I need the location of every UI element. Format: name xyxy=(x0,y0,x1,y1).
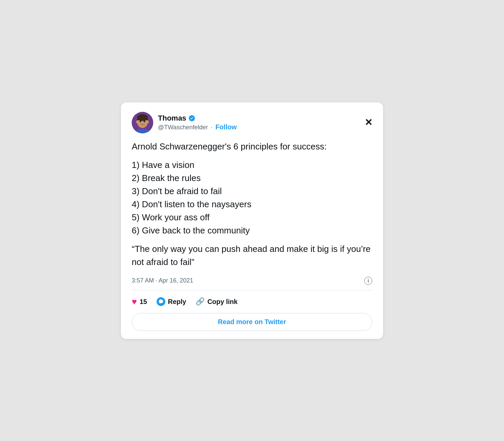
user-name: Thomas xyxy=(158,114,186,123)
tweet-timestamp: 3:57 AM · Apr 16, 2021 i xyxy=(132,277,372,285)
principle-4: 4) Don't listen to the naysayers xyxy=(132,199,251,209)
likes-count: 15 xyxy=(139,298,147,306)
principle-1: 1) Have a vision xyxy=(132,160,194,170)
tweet-principles: 1) Have a vision 2) Break the rules 3) D… xyxy=(132,159,372,237)
likes-action[interactable]: ♥ 15 xyxy=(132,297,147,307)
x-logo: ✕ xyxy=(365,117,372,128)
tweet-content: Arnold Schwarzenegger's 6 principles for… xyxy=(132,140,372,269)
info-icon[interactable]: i xyxy=(364,277,372,285)
copy-link-action[interactable]: 🔗 Copy link xyxy=(196,297,238,306)
user-handle: @TWaschenfelder xyxy=(158,124,208,131)
user-info: Thomas @TWaschenfelder · Follow xyxy=(158,114,237,131)
principle-3: 3) Don't be afraid to fail xyxy=(132,186,222,196)
timestamp-text: 3:57 AM · Apr 16, 2021 xyxy=(132,277,193,284)
link-icon: 🔗 xyxy=(196,297,205,306)
reply-action[interactable]: Reply xyxy=(157,297,186,306)
tweet-header-left: Thomas @TWaschenfelder · Follow xyxy=(132,112,237,133)
reply-label: Reply xyxy=(168,298,186,306)
follow-button[interactable]: Follow xyxy=(215,123,237,131)
principle-5: 5) Work your ass off xyxy=(132,212,210,222)
verified-badge xyxy=(188,115,196,122)
svg-point-6 xyxy=(140,120,141,122)
bubble-icon xyxy=(157,297,165,306)
svg-rect-5 xyxy=(137,118,148,120)
avatar xyxy=(132,112,153,133)
tweet-actions: ♥ 15 Reply 🔗 Copy link xyxy=(132,297,372,307)
heart-icon: ♥ xyxy=(132,297,137,307)
user-name-row: Thomas xyxy=(158,114,237,123)
tweet-intro: Arnold Schwarzenegger's 6 principles for… xyxy=(132,140,372,153)
svg-point-7 xyxy=(144,120,145,122)
follow-separator: · xyxy=(211,124,214,131)
tweet-quote: “The only way you can push ahead and mak… xyxy=(132,242,372,269)
principle-6: 6) Give back to the community xyxy=(132,225,250,235)
tweet-card: Thomas @TWaschenfelder · Follow ✕ Arnold… xyxy=(121,102,383,339)
principle-2: 2) Break the rules xyxy=(132,173,201,183)
svg-point-8 xyxy=(136,121,138,123)
tweet-header: Thomas @TWaschenfelder · Follow ✕ xyxy=(132,112,372,133)
divider xyxy=(132,290,372,291)
read-more-button[interactable]: Read more on Twitter xyxy=(132,313,372,331)
user-handle-row: @TWaschenfelder · Follow xyxy=(158,123,237,131)
copy-label: Copy link xyxy=(207,298,238,306)
svg-point-9 xyxy=(147,121,149,123)
